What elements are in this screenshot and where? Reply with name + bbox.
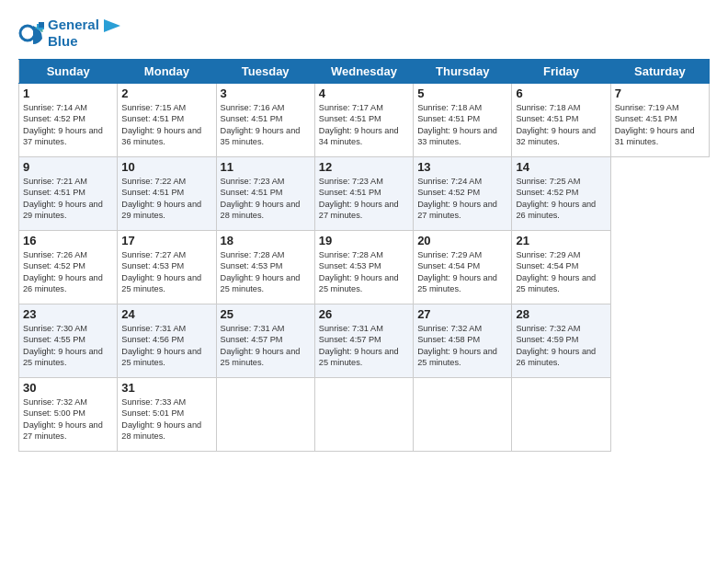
calendar-cell: 25 Sunrise: 7:31 AMSunset: 4:57 PMDaylig… <box>216 304 314 378</box>
day-number: 4 <box>319 86 409 100</box>
calendar-cell: 3 Sunrise: 7:16 AMSunset: 4:51 PMDayligh… <box>216 84 314 157</box>
calendar-cell <box>512 378 610 452</box>
calendar-cell: 19 Sunrise: 7:28 AMSunset: 4:53 PMDaylig… <box>314 231 413 304</box>
calendar-cell: 20 Sunrise: 7:29 AMSunset: 4:54 PMDaylig… <box>414 231 512 304</box>
day-number: 26 <box>319 307 409 321</box>
calendar-table: SundayMondayTuesdayWednesdayThursdayFrid… <box>18 59 710 452</box>
day-number: 16 <box>23 234 113 247</box>
calendar-week-row: 1 Sunrise: 7:14 AMSunset: 4:52 PMDayligh… <box>19 84 710 157</box>
weekday-header: Thursday <box>414 60 512 84</box>
calendar-cell <box>216 378 314 452</box>
calendar-cell <box>314 378 413 452</box>
calendar-week-row: 23 Sunrise: 7:30 AMSunset: 4:55 PMDaylig… <box>19 304 710 378</box>
logo-arrow <box>104 19 120 32</box>
day-number: 5 <box>417 86 507 100</box>
day-number: 31 <box>121 381 211 395</box>
cell-content: Sunrise: 7:28 AMSunset: 4:53 PMDaylight:… <box>319 250 399 293</box>
calendar-cell: 30 Sunrise: 7:32 AMSunset: 5:00 PMDaylig… <box>19 378 118 452</box>
cell-content: Sunrise: 7:28 AMSunset: 4:53 PMDaylight:… <box>221 250 301 293</box>
calendar-cell: 21 Sunrise: 7:29 AMSunset: 4:54 PMDaylig… <box>512 231 610 304</box>
logo-icon <box>18 20 44 46</box>
cell-content: Sunrise: 7:32 AMSunset: 4:58 PMDaylight:… <box>417 324 497 367</box>
cell-content: Sunrise: 7:15 AMSunset: 4:51 PMDaylight:… <box>121 103 201 146</box>
cell-content: Sunrise: 7:23 AMSunset: 4:51 PMDaylight:… <box>319 177 399 220</box>
cell-content: Sunrise: 7:21 AMSunset: 4:51 PMDaylight:… <box>23 177 103 220</box>
logo: General Blue <box>18 17 120 50</box>
logo-text: General Blue <box>48 17 120 50</box>
cell-content: Sunrise: 7:31 AMSunset: 4:57 PMDaylight:… <box>319 324 399 367</box>
calendar-week-row: 9 Sunrise: 7:21 AMSunset: 4:51 PMDayligh… <box>19 157 710 231</box>
weekday-header: Sunday <box>19 60 118 84</box>
day-number: 10 <box>121 160 211 174</box>
svg-point-0 <box>20 26 35 40</box>
cell-content: Sunrise: 7:16 AMSunset: 4:51 PMDaylight:… <box>221 103 301 146</box>
calendar-cell: 7 Sunrise: 7:19 AMSunset: 4:51 PMDayligh… <box>610 84 709 157</box>
cell-content: Sunrise: 7:31 AMSunset: 4:56 PMDaylight:… <box>121 324 201 367</box>
day-number: 19 <box>319 234 409 247</box>
day-number: 23 <box>23 307 113 321</box>
calendar-cell: 26 Sunrise: 7:31 AMSunset: 4:57 PMDaylig… <box>314 304 413 378</box>
cell-content: Sunrise: 7:23 AMSunset: 4:51 PMDaylight:… <box>221 177 301 220</box>
calendar-cell: 27 Sunrise: 7:32 AMSunset: 4:58 PMDaylig… <box>414 304 512 378</box>
calendar-week-row: 16 Sunrise: 7:26 AMSunset: 4:52 PMDaylig… <box>19 231 710 304</box>
day-number: 28 <box>516 307 606 321</box>
calendar-cell: 14 Sunrise: 7:25 AMSunset: 4:52 PMDaylig… <box>512 157 610 231</box>
cell-content: Sunrise: 7:25 AMSunset: 4:52 PMDaylight:… <box>516 177 596 220</box>
calendar-cell: 5 Sunrise: 7:18 AMSunset: 4:51 PMDayligh… <box>414 84 512 157</box>
day-number: 30 <box>23 381 113 395</box>
calendar-week-row: 30 Sunrise: 7:32 AMSunset: 5:00 PMDaylig… <box>19 378 710 452</box>
calendar-cell: 23 Sunrise: 7:30 AMSunset: 4:55 PMDaylig… <box>19 304 118 378</box>
cell-content: Sunrise: 7:30 AMSunset: 4:55 PMDaylight:… <box>23 324 103 367</box>
calendar-cell: 31 Sunrise: 7:33 AMSunset: 5:01 PMDaylig… <box>118 378 216 452</box>
calendar-cell: 17 Sunrise: 7:27 AMSunset: 4:53 PMDaylig… <box>118 231 216 304</box>
weekday-header: Tuesday <box>216 60 314 84</box>
calendar-cell: 28 Sunrise: 7:32 AMSunset: 4:59 PMDaylig… <box>512 304 610 378</box>
calendar-cell: 12 Sunrise: 7:23 AMSunset: 4:51 PMDaylig… <box>314 157 413 231</box>
day-number: 3 <box>221 86 311 100</box>
day-number: 21 <box>516 234 606 247</box>
day-number: 17 <box>121 234 211 247</box>
calendar-header-row: SundayMondayTuesdayWednesdayThursdayFrid… <box>19 60 710 84</box>
cell-content: Sunrise: 7:32 AMSunset: 5:00 PMDaylight:… <box>23 397 103 441</box>
calendar-cell: 16 Sunrise: 7:26 AMSunset: 4:52 PMDaylig… <box>19 231 118 304</box>
day-number: 11 <box>221 160 311 174</box>
calendar-cell: 4 Sunrise: 7:17 AMSunset: 4:51 PMDayligh… <box>314 84 413 157</box>
weekday-header: Wednesday <box>314 60 413 84</box>
cell-content: Sunrise: 7:17 AMSunset: 4:51 PMDaylight:… <box>319 103 399 146</box>
cell-content: Sunrise: 7:18 AMSunset: 4:51 PMDaylight:… <box>516 103 596 146</box>
page: General Blue SundayMondayTuesdayWednesda… <box>0 0 728 461</box>
header: General Blue <box>18 17 710 50</box>
cell-content: Sunrise: 7:29 AMSunset: 4:54 PMDaylight:… <box>417 250 497 293</box>
calendar-cell: 13 Sunrise: 7:24 AMSunset: 4:52 PMDaylig… <box>414 157 512 231</box>
calendar-cell: 18 Sunrise: 7:28 AMSunset: 4:53 PMDaylig… <box>216 231 314 304</box>
weekday-header: Friday <box>512 60 610 84</box>
calendar-cell: 11 Sunrise: 7:23 AMSunset: 4:51 PMDaylig… <box>216 157 314 231</box>
cell-content: Sunrise: 7:24 AMSunset: 4:52 PMDaylight:… <box>417 177 497 220</box>
calendar-cell: 24 Sunrise: 7:31 AMSunset: 4:56 PMDaylig… <box>118 304 216 378</box>
day-number: 2 <box>121 86 211 100</box>
svg-marker-2 <box>39 22 44 28</box>
calendar-cell: 2 Sunrise: 7:15 AMSunset: 4:51 PMDayligh… <box>118 84 216 157</box>
cell-content: Sunrise: 7:26 AMSunset: 4:52 PMDaylight:… <box>23 250 103 293</box>
cell-content: Sunrise: 7:14 AMSunset: 4:52 PMDaylight:… <box>23 103 103 146</box>
day-number: 27 <box>417 307 507 321</box>
cell-content: Sunrise: 7:19 AMSunset: 4:51 PMDaylight:… <box>615 103 695 146</box>
cell-content: Sunrise: 7:29 AMSunset: 4:54 PMDaylight:… <box>516 250 596 293</box>
cell-content: Sunrise: 7:33 AMSunset: 5:01 PMDaylight:… <box>121 397 201 441</box>
cell-content: Sunrise: 7:18 AMSunset: 4:51 PMDaylight:… <box>417 103 497 146</box>
calendar-cell <box>414 378 512 452</box>
weekday-header: Monday <box>118 60 216 84</box>
day-number: 18 <box>221 234 311 247</box>
calendar-body: 1 Sunrise: 7:14 AMSunset: 4:52 PMDayligh… <box>19 84 710 452</box>
day-number: 7 <box>615 86 705 100</box>
calendar-cell: 6 Sunrise: 7:18 AMSunset: 4:51 PMDayligh… <box>512 84 610 157</box>
day-number: 14 <box>516 160 606 174</box>
calendar-cell: 9 Sunrise: 7:21 AMSunset: 4:51 PMDayligh… <box>19 157 118 231</box>
calendar-cell: 1 Sunrise: 7:14 AMSunset: 4:52 PMDayligh… <box>19 84 118 157</box>
calendar-cell: 10 Sunrise: 7:22 AMSunset: 4:51 PMDaylig… <box>118 157 216 231</box>
cell-content: Sunrise: 7:22 AMSunset: 4:51 PMDaylight:… <box>121 177 201 220</box>
cell-content: Sunrise: 7:31 AMSunset: 4:57 PMDaylight:… <box>221 324 301 367</box>
weekday-header: Saturday <box>610 60 709 84</box>
day-number: 25 <box>221 307 311 321</box>
day-number: 9 <box>23 160 113 174</box>
